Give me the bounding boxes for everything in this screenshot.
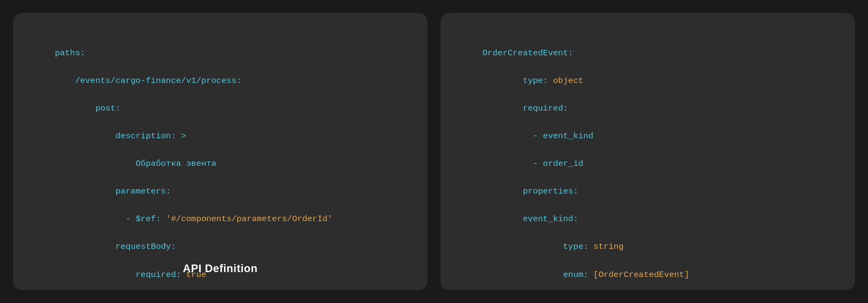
right-code-block: OrderCreatedEvent: type: object required… <box>462 33 833 290</box>
r-code-line-8b: string <box>593 242 624 252</box>
code-line-1: paths: <box>55 48 85 58</box>
r-code-line-7: event_kind: <box>482 214 578 224</box>
r-code-line-3: required: <box>482 104 568 113</box>
code-line-7a: - $ref: <box>55 214 166 224</box>
right-panel: OrderCreatedEvent: type: object required… <box>441 13 855 290</box>
r-code-line-1: OrderCreatedEvent: <box>482 48 573 58</box>
code-line-7b: '#/components/parameters/OrderId' <box>166 214 333 224</box>
r-code-line-2a: type: <box>482 76 553 86</box>
r-code-line-5: - order_id <box>482 159 583 169</box>
code-line-2: /events/cargo-finance/v1/process: <box>55 76 241 86</box>
code-line-3: post: <box>55 104 120 113</box>
code-line-8: requestBody: <box>55 242 176 252</box>
panel-title: API Definition <box>13 262 427 275</box>
r-code-line-8a: type: <box>482 242 593 252</box>
left-code-block: paths: /events/cargo-finance/v1/process:… <box>35 33 406 290</box>
r-code-line-9a: enum: <box>482 270 593 280</box>
code-line-4: description: > <box>55 131 186 141</box>
r-code-line-9b: [OrderCreatedEvent] <box>593 270 690 280</box>
code-line-6: parameters: <box>55 186 171 196</box>
r-code-line-4: - event_kind <box>482 131 593 141</box>
left-panel: paths: /events/cargo-finance/v1/process:… <box>13 13 427 290</box>
code-line-5: Обработка эвента <box>55 159 216 169</box>
r-code-line-6: properties: <box>482 186 578 196</box>
r-code-line-2b: object <box>553 76 583 86</box>
